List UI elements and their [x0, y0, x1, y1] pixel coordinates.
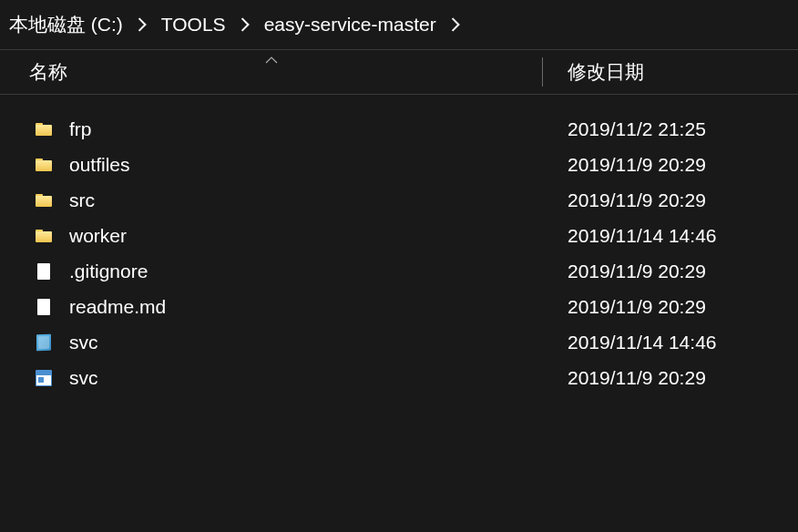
folder-icon	[35, 156, 53, 174]
folder-icon	[35, 120, 53, 138]
list-item[interactable]: worker 2019/11/14 14:46	[0, 218, 798, 253]
list-item[interactable]: readme.md 2019/11/9 20:29	[0, 289, 798, 324]
file-date: 2019/11/14 14:46	[542, 225, 717, 247]
file-name: frp	[69, 118, 92, 140]
breadcrumb-item-current[interactable]: easy-service-master	[259, 10, 442, 39]
sort-ascending-icon	[265, 46, 278, 68]
file-list: frp 2019/11/2 21:25 outfiles 2019/11/9 2…	[0, 95, 798, 395]
file-name: svc	[69, 332, 98, 353]
file-date: 2019/11/9 20:29	[542, 261, 706, 282]
list-item[interactable]: src 2019/11/9 20:29	[0, 182, 798, 218]
folder-icon	[35, 191, 53, 210]
application-icon	[35, 369, 53, 387]
list-item[interactable]: .gitignore 2019/11/9 20:29	[0, 253, 798, 289]
file-date: 2019/11/9 20:29	[542, 296, 706, 318]
file-icon	[35, 298, 53, 316]
config-file-icon	[35, 333, 53, 352]
column-header-name-label: 名称	[29, 59, 67, 85]
file-name: src	[69, 189, 95, 211]
breadcrumb-item-tools[interactable]: TOOLS	[156, 10, 231, 39]
column-divider[interactable]	[542, 57, 543, 87]
list-item[interactable]: svc 2019/11/14 14:46	[0, 324, 798, 360]
file-name: readme.md	[69, 296, 166, 318]
file-icon	[35, 262, 53, 281]
file-date: 2019/11/2 21:25	[542, 118, 706, 140]
folder-icon	[35, 227, 53, 245]
file-date: 2019/11/9 20:29	[542, 189, 706, 211]
file-date: 2019/11/9 20:29	[542, 154, 706, 176]
file-name: worker	[69, 225, 127, 247]
column-header-date-label: 修改日期	[568, 59, 644, 85]
breadcrumb: 本地磁盘 (C:) TOOLS easy-service-master	[0, 0, 798, 49]
column-header-date[interactable]: 修改日期	[542, 50, 644, 94]
column-headers: 名称 修改日期	[0, 50, 798, 94]
list-item[interactable]: svc 2019/11/9 20:29	[0, 360, 798, 395]
chevron-right-icon[interactable]	[231, 17, 259, 32]
file-date: 2019/11/9 20:29	[542, 367, 706, 389]
file-name: outfiles	[69, 154, 130, 176]
list-item[interactable]: outfiles 2019/11/9 20:29	[0, 147, 798, 182]
column-header-name[interactable]: 名称	[0, 50, 542, 94]
chevron-right-icon[interactable]	[442, 17, 469, 32]
file-name: .gitignore	[69, 261, 148, 282]
file-name: svc	[69, 367, 98, 389]
file-date: 2019/11/14 14:46	[542, 332, 717, 353]
breadcrumb-item-drive[interactable]: 本地磁盘 (C:)	[4, 8, 128, 41]
list-item[interactable]: frp 2019/11/2 21:25	[0, 111, 798, 147]
chevron-right-icon[interactable]	[128, 17, 156, 32]
